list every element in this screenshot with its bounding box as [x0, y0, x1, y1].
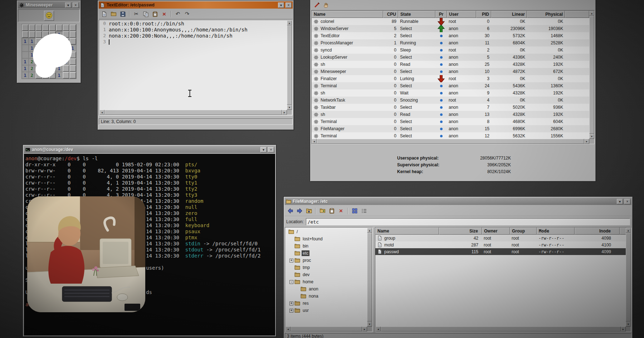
process-row[interactable]: FileManager0Selectanon156996K2680K: [312, 125, 589, 132]
process-row[interactable]: Terminal0Selectanon84680K604K: [312, 118, 589, 125]
close-button[interactable]: ×: [286, 3, 292, 8]
scroll-up-button[interactable]: ▲: [626, 228, 631, 233]
file-row-motd[interactable]: motd287rootroot-rw-r--r--4100: [375, 241, 626, 248]
tree-item-lostfound[interactable]: lost+found: [286, 235, 367, 243]
filemanager-titlebar[interactable]: FileManager: /etc ▾ ×: [285, 198, 631, 205]
tree-item-tmp[interactable]: tmp: [286, 264, 367, 271]
scroll-down-button[interactable]: ▼: [367, 322, 372, 327]
undo-icon[interactable]: ↶: [174, 10, 182, 18]
new-directory-icon[interactable]: [318, 207, 327, 215]
tree-vertical-scrollbar[interactable]: ▲ ▼: [367, 228, 372, 327]
scroll-right-button[interactable]: ►: [362, 327, 367, 332]
process-row[interactable]: Terminal0Selectanon245436K1360K: [312, 82, 589, 89]
minesweeper-smiley-button[interactable]: [44, 11, 54, 21]
scrollbar-thumb[interactable]: [291, 327, 362, 332]
close-button[interactable]: ×: [624, 199, 630, 204]
tree-item-anon[interactable]: anon: [286, 285, 367, 293]
minesweeper-cell[interactable]: [49, 24, 56, 31]
tree-item-res[interactable]: +res: [286, 300, 367, 307]
process-row[interactable]: ProcessManager1Runninganon116804K2528K: [312, 39, 589, 46]
scroll-up-button[interactable]: ▲: [287, 20, 292, 25]
process-row[interactable]: Terminal0Selectanon125632K1556K: [312, 132, 589, 139]
process-row[interactable]: TextEditor2Selectanon305732K1468K: [312, 32, 589, 39]
texteditor-window[interactable]: TextEditor: /etc/passwd ▾ × ✂×↶↷ 0root:x…: [97, 0, 294, 130]
new-file-icon[interactable]: [100, 10, 108, 18]
back-icon[interactable]: [286, 207, 294, 215]
column-header-user[interactable]: User: [447, 11, 476, 18]
process-row[interactable]: sh0Readanon134328K192K: [312, 111, 589, 118]
list-vertical-scrollbar[interactable]: ▲ ▼: [626, 228, 631, 327]
scrollbar-thumb[interactable]: [104, 110, 282, 115]
file-column-header-owner[interactable]: Owner: [482, 227, 510, 235]
scroll-left-button[interactable]: ◄: [286, 327, 291, 332]
list-horizontal-scrollbar[interactable]: ◄ ►: [376, 327, 626, 332]
minimize-button[interactable]: ▾: [260, 147, 267, 152]
list-view-icon[interactable]: [360, 207, 368, 215]
save-file-icon[interactable]: [118, 10, 127, 18]
cut-icon[interactable]: ✂: [132, 10, 141, 18]
tree-expander[interactable]: +: [289, 309, 293, 313]
file-row-group[interactable]: group42rootroot-rw-r--r--4098: [375, 235, 626, 241]
scroll-down-button[interactable]: ▼: [287, 105, 292, 110]
process-row[interactable]: syncd0Sleeproot20K0K: [312, 46, 589, 54]
scrollbar-thumb[interactable]: [367, 233, 372, 322]
delete-icon[interactable]: ×: [337, 207, 345, 215]
minesweeper-cell[interactable]: [29, 24, 35, 31]
column-header-physical[interactable]: Physical: [527, 11, 565, 18]
file-column-header-size[interactable]: Size: [439, 227, 482, 235]
process-row[interactable]: WindowServer5Selectanon623096K19036K: [312, 25, 589, 32]
tree-item-bin[interactable]: bin: [286, 243, 367, 250]
tree-item-etc[interactable]: etc: [286, 250, 367, 257]
scroll-right-button[interactable]: ►: [621, 327, 626, 332]
file-column-header-name[interactable]: Name: [375, 227, 439, 235]
tree-item-proc[interactable]: +proc: [286, 257, 367, 264]
redo-icon[interactable]: ↷: [183, 10, 191, 18]
column-header-pr[interactable]: Pr: [435, 11, 447, 18]
scroll-left-button[interactable]: ◄: [376, 327, 381, 332]
process-row[interactable]: NetworkTask0Snoozingroot40K0K: [312, 97, 589, 104]
minesweeper-cell[interactable]: [63, 24, 69, 31]
scroll-up-button[interactable]: ▲: [589, 11, 594, 16]
scroll-down-button[interactable]: ▼: [626, 322, 631, 327]
scrollbar-thumb[interactable]: [287, 25, 292, 105]
tree-expander[interactable]: -: [289, 280, 293, 284]
tree-item-home[interactable]: -home: [286, 278, 367, 285]
tree-expander[interactable]: +: [289, 259, 293, 263]
process-row[interactable]: Taskbar0Selectanon75020K936K: [312, 104, 589, 111]
scrollbar-thumb[interactable]: [317, 139, 584, 144]
kill-process-icon[interactable]: [312, 1, 321, 10]
file-list-panel[interactable]: NameSizeOwnerGroupModeInode group42rootr…: [375, 227, 631, 332]
minesweeper-cell[interactable]: [56, 24, 63, 31]
scroll-down-button[interactable]: ▼: [589, 134, 594, 139]
open-parent-icon[interactable]: [304, 207, 313, 215]
copy-icon[interactable]: [141, 10, 150, 18]
column-header-linear[interactable]: Linear: [491, 11, 527, 18]
scroll-left-button[interactable]: ◄: [312, 139, 317, 144]
process-row[interactable]: Finalizer0Lurkingroot30K0K: [312, 75, 589, 82]
scrollbar-thumb[interactable]: [381, 327, 621, 332]
editor-horizontal-scrollbar[interactable]: ◄ ►: [99, 110, 287, 115]
tree-item-dev[interactable]: dev: [286, 271, 367, 278]
scroll-right-button[interactable]: ►: [282, 110, 287, 115]
scrollbar-thumb[interactable]: [589, 16, 594, 134]
scrollbar-thumb[interactable]: [626, 233, 631, 322]
minesweeper-titlebar[interactable]: Minesweeper ▾ ×: [18, 1, 80, 9]
stop-process-icon[interactable]: [322, 1, 330, 10]
minesweeper-cell[interactable]: [42, 24, 49, 31]
process-row[interactable]: sh0Readanon254328K192K: [312, 61, 589, 68]
process-row[interactable]: LookupServer0Selectanon54336K240K: [312, 54, 589, 61]
paste-icon[interactable]: [151, 10, 159, 18]
minesweeper-cell[interactable]: [35, 24, 42, 31]
directory-tree-panel[interactable]: /lost+foundbinetc+proctmpdev-homeanonnon…: [285, 227, 373, 332]
scroll-left-button[interactable]: ◄: [99, 110, 104, 115]
process-row[interactable]: Minesweeper0Selectanon104872K672K: [312, 68, 589, 75]
delete-icon[interactable]: ×: [160, 10, 169, 18]
tree-item-usr[interactable]: +usr: [286, 307, 367, 314]
close-button[interactable]: ×: [73, 3, 79, 8]
editor-area[interactable]: 0root:x:0:0:root:/:/bin/sh1anon:x:100:10…: [99, 20, 293, 116]
file-row-passwd[interactable]: passwd115rootroot-rw-r--r--4099: [375, 248, 626, 255]
minesweeper-cell[interactable]: [69, 24, 76, 31]
column-header-cpu[interactable]: CPU: [383, 11, 398, 18]
process-horizontal-scrollbar[interactable]: ◄ ►: [312, 139, 589, 144]
file-column-header-mode[interactable]: Mode: [537, 227, 575, 235]
